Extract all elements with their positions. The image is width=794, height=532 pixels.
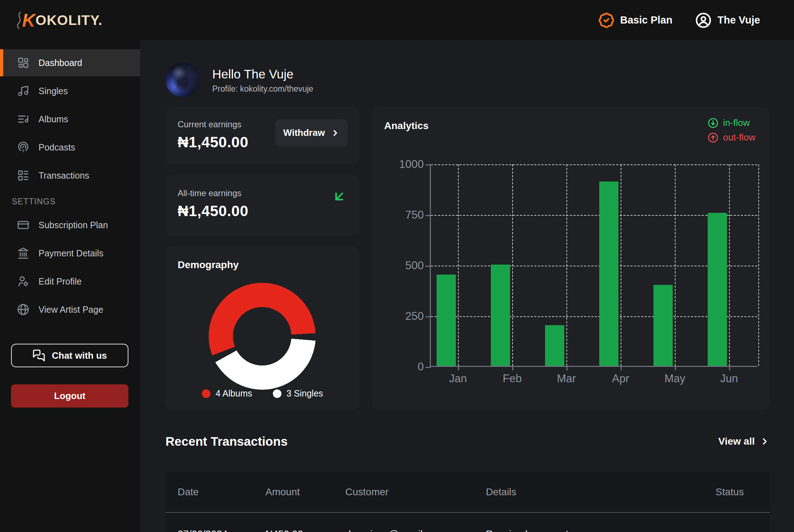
main-content: Hello The Vuje Profile: kokolity.com/the… xyxy=(140,40,794,532)
bar-jun xyxy=(708,213,727,366)
chevron-right-icon xyxy=(331,128,340,138)
alltime-earnings-card: All-time earnings ₦1,450.00 xyxy=(166,175,360,236)
sidebar-item-label: Singles xyxy=(39,86,68,96)
badge-check-icon xyxy=(598,12,615,29)
x-axis-tick-label: Feb xyxy=(503,372,521,385)
alltime-earnings-label: All-time earnings xyxy=(178,188,347,198)
podcast-icon xyxy=(17,141,29,153)
analytics-bar-chart: 02505007501000JanFebMarAprMayJun xyxy=(430,164,757,367)
artist-avatar-photo xyxy=(166,62,200,97)
sidebar-item-podcasts[interactable]: Podcasts xyxy=(0,134,140,161)
sidebar-item-payment-details[interactable]: Payment Details xyxy=(0,240,140,267)
chat-with-us-button[interactable]: Chat with us xyxy=(11,344,128,367)
sidebar-item-albums[interactable]: Albums xyxy=(0,106,140,133)
y-axis-tick-label: 500 xyxy=(405,259,424,272)
dashboard-grid: Current earnings ₦1,450.00 Withdraw All-… xyxy=(166,107,770,410)
albums-legend-label: 4 Albums xyxy=(215,388,252,399)
demography-card: Demography 4 Albums 3 Singles xyxy=(166,246,360,410)
logo-k-glyph: K xyxy=(22,10,36,31)
logout-button[interactable]: Logout xyxy=(11,384,128,408)
analytics-card: Analytics in-flow out-flow xyxy=(372,107,770,410)
column-header-status: Status xyxy=(716,486,758,498)
legend-item-inflow: in-flow xyxy=(708,117,755,128)
x-axis-tick-label: Mar xyxy=(557,372,576,385)
transactions-title: Recent Transactions xyxy=(166,434,287,449)
y-axis-tick-label: 0 xyxy=(418,360,424,373)
singles-legend-dot xyxy=(273,389,281,398)
x-axis-tick-label: May xyxy=(665,372,686,385)
chevron-right-icon xyxy=(760,436,770,446)
sidebar-item-label: View Artist Page xyxy=(39,305,103,315)
withdraw-button[interactable]: Withdraw xyxy=(275,119,348,147)
bar-mar xyxy=(545,325,564,366)
sidebar-item-view-artist-page[interactable]: View Artist Page xyxy=(0,296,140,323)
top-bar: K OKOLITY. Basic Plan The Vuje xyxy=(0,0,794,40)
table-header-row: Date Amount Customer Details Status xyxy=(166,472,770,512)
profile-url: Profile: kokolity.com/thevuje xyxy=(212,84,313,94)
column-header-date: Date xyxy=(178,486,265,498)
circle-arrow-down-icon xyxy=(708,118,718,128)
sidebar: Dashboard Singles Albums xyxy=(0,40,140,532)
globe-icon xyxy=(17,303,29,316)
bar-apr xyxy=(599,181,619,366)
cell-details: Received payment xyxy=(486,528,716,532)
arrow-down-left-icon xyxy=(332,189,347,204)
demography-donut-chart xyxy=(209,283,316,390)
demography-title: Demography xyxy=(178,259,239,271)
logo-wordmark: OKOLITY. xyxy=(36,12,103,28)
inflow-label: in-flow xyxy=(723,117,750,128)
user-circle-icon xyxy=(695,12,712,29)
legend-item-albums: 4 Albums xyxy=(202,388,252,399)
left-cards-column: Current earnings ₦1,450.00 Withdraw All-… xyxy=(166,107,360,410)
albums-legend-dot xyxy=(202,389,210,398)
sidebar-item-label: Subscription Plan xyxy=(39,220,108,230)
column-header-customer: Customer xyxy=(345,486,486,498)
chat-bubbles-icon xyxy=(32,349,45,362)
user-name: The Vuje xyxy=(717,14,760,26)
sidebar-item-label: Payment Details xyxy=(39,248,103,259)
brand-logo[interactable]: K OKOLITY. xyxy=(15,10,102,31)
legend-item-singles: 3 Singles xyxy=(273,388,323,399)
sidebar-item-label: Transactions xyxy=(39,170,89,181)
dashboard-grid-icon xyxy=(17,57,29,69)
circle-arrow-up-icon xyxy=(708,132,718,143)
current-earnings-card: Current earnings ₦1,450.00 Withdraw xyxy=(166,107,360,164)
cell-amount: ₦450.00 xyxy=(265,528,345,532)
topbar-right: Basic Plan The Vuje xyxy=(598,12,760,29)
sidebar-item-label: Edit Profile xyxy=(39,276,82,287)
music-note-icon xyxy=(17,85,29,97)
sidebar-item-label: Albums xyxy=(39,114,68,124)
plan-badge[interactable]: Basic Plan xyxy=(598,12,673,29)
user-gear-icon xyxy=(17,275,29,287)
transactions-header-row: Recent Transactions View all xyxy=(166,434,770,449)
withdraw-label: Withdraw xyxy=(283,127,325,138)
bank-icon xyxy=(17,247,29,259)
bar-jan xyxy=(437,275,456,366)
demography-legend: 4 Albums 3 Singles xyxy=(166,388,360,399)
analytics-title: Analytics xyxy=(384,120,429,132)
sidebar-item-singles[interactable]: Singles xyxy=(0,77,140,104)
sidebar-item-dashboard[interactable]: Dashboard xyxy=(0,49,140,76)
credit-card-icon xyxy=(17,219,29,231)
sidebar-item-transactions[interactable]: Transactions xyxy=(0,162,140,189)
user-menu[interactable]: The Vuje xyxy=(695,12,760,29)
cell-customer: demojevu@gmail.com xyxy=(345,528,486,532)
cell-status: success xyxy=(716,528,758,532)
sidebar-item-subscription-plan[interactable]: Subscription Plan xyxy=(0,211,140,239)
sidebar-item-label: Podcasts xyxy=(39,142,75,153)
sidebar-item-edit-profile[interactable]: Edit Profile xyxy=(0,268,140,295)
greeting-row: Hello The Vuje Profile: kokolity.com/the… xyxy=(166,62,770,97)
view-all-link[interactable]: View all xyxy=(718,436,770,447)
transactions-table: Date Amount Customer Details Status 27/0… xyxy=(166,472,770,532)
table-row: 27/06/2024 ₦450.00 demojevu@gmail.com Re… xyxy=(166,513,770,532)
view-all-label: View all xyxy=(718,436,755,447)
alltime-earnings-value: ₦1,450.00 xyxy=(178,203,347,220)
app-root: K OKOLITY. Basic Plan The Vuje xyxy=(0,0,794,532)
sidebar-item-label: Dashboard xyxy=(39,58,82,68)
y-axis-tick-label: 1000 xyxy=(399,158,424,171)
column-header-details: Details xyxy=(486,486,716,498)
x-axis-tick-label: Jun xyxy=(720,372,738,385)
y-axis-tick-label: 250 xyxy=(405,310,424,323)
chat-with-us-label: Chat with us xyxy=(52,350,107,361)
x-axis-tick-label: Jan xyxy=(449,372,467,385)
